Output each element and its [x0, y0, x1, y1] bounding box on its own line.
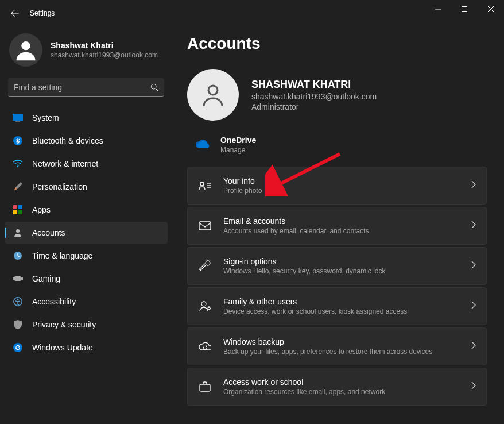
sidebar-item-label: System — [32, 113, 59, 122]
svg-point-31 — [208, 307, 210, 310]
backup-icon — [198, 341, 212, 352]
sidebar-item-accounts[interactable]: Accounts — [5, 222, 168, 244]
hero-name: SHASHWAT KHATRI — [251, 79, 377, 91]
sidebar-item-label: Gaming — [32, 274, 60, 283]
onedrive-sub: Manage — [220, 146, 256, 154]
svg-point-19 — [21, 277, 23, 280]
person-outline-icon — [199, 81, 227, 109]
apps-icon — [13, 205, 23, 215]
sidebar-item-label: Bluetooth & devices — [32, 136, 103, 145]
search-icon — [150, 83, 158, 91]
card-sub: Device access, work or school users, kio… — [223, 307, 460, 315]
briefcase-icon — [198, 381, 212, 392]
profile-email: shashwat.khatri1993@outlook.com — [51, 51, 158, 59]
card-email-accounts[interactable]: Email & accounts Accounts used by email,… — [187, 207, 487, 245]
accessibility-icon — [13, 296, 23, 307]
sidebar-item-label: Accounts — [32, 228, 65, 237]
svg-point-24 — [200, 182, 204, 186]
sidebar-item-label: Windows Update — [32, 343, 93, 352]
sidebar-item-label: Accessibility — [32, 297, 76, 306]
svg-point-23 — [208, 86, 218, 95]
sidebar-item-gaming[interactable]: Gaming — [5, 268, 168, 290]
onedrive-row[interactable]: OneDrive Manage — [187, 133, 487, 167]
family-icon — [198, 300, 212, 312]
hero-role: Administrator — [251, 102, 377, 111]
svg-point-21 — [17, 299, 19, 300]
chevron-right-icon — [471, 341, 476, 352]
svg-rect-14 — [18, 210, 22, 214]
back-arrow-icon — [11, 9, 19, 17]
shield-icon — [13, 319, 23, 330]
bluetooth-icon — [13, 136, 23, 146]
titlebar: Settings — [0, 0, 504, 26]
card-title: Family & other users — [223, 297, 460, 306]
maximize-button[interactable] — [451, 0, 478, 18]
page-title: Accounts — [187, 34, 487, 53]
chevron-right-icon — [471, 301, 476, 311]
minimize-button[interactable] — [425, 0, 451, 18]
sidebar-item-privacy[interactable]: Privacy & security — [5, 314, 168, 336]
sidebar-item-label: Privacy & security — [32, 320, 96, 329]
chevron-right-icon — [471, 180, 476, 191]
sidebar-item-update[interactable]: Windows Update — [5, 337, 168, 359]
card-sub: Profile photo — [223, 187, 460, 195]
svg-rect-12 — [18, 205, 22, 209]
sidebar-item-network[interactable]: Network & internet — [5, 153, 168, 175]
card-title: Windows backup — [223, 337, 460, 346]
sidebar-item-accessibility[interactable]: Accessibility — [5, 291, 168, 313]
close-button[interactable] — [478, 0, 504, 18]
sidebar-profile[interactable]: Shashwat Khatri shashwat.khatri1993@outl… — [5, 26, 168, 78]
sidebar-item-personalization[interactable]: Personalization — [5, 176, 168, 198]
search-input[interactable] — [14, 83, 150, 92]
svg-point-30 — [201, 302, 206, 306]
maximize-icon — [462, 6, 467, 12]
search-box[interactable] — [8, 78, 164, 97]
hero-avatar — [187, 69, 239, 121]
svg-point-15 — [16, 229, 20, 233]
sidebar-item-system[interactable]: System — [5, 107, 168, 129]
card-sub: Accounts used by email, calendar, and co… — [223, 227, 460, 235]
chevron-right-icon — [471, 221, 476, 231]
sidebar-item-bluetooth[interactable]: Bluetooth & devices — [5, 130, 168, 152]
card-your-info[interactable]: Your info Profile photo — [187, 167, 487, 205]
wifi-icon — [13, 159, 23, 169]
card-signin-options[interactable]: Sign-in options Windows Hello, security … — [187, 247, 487, 285]
hero-email: shashwat.khatri1993@outlook.com — [251, 92, 377, 101]
chevron-right-icon — [471, 381, 476, 392]
card-title: Sign-in options — [223, 257, 460, 266]
svg-rect-7 — [13, 114, 23, 121]
card-family-users[interactable]: Family & other users Device access, work… — [187, 287, 487, 325]
svg-rect-34 — [200, 384, 210, 391]
svg-rect-17 — [14, 276, 22, 281]
svg-point-18 — [13, 277, 14, 280]
sidebar-item-apps[interactable]: Apps — [5, 199, 168, 221]
profile-avatar — [9, 33, 42, 67]
person-icon — [13, 37, 38, 63]
gamepad-icon — [13, 273, 23, 284]
svg-rect-13 — [13, 210, 17, 214]
account-hero: SHASHWAT KHATRI shashwat.khatri1993@outl… — [187, 69, 487, 121]
person-icon — [13, 228, 23, 238]
svg-rect-11 — [13, 205, 17, 209]
svg-rect-1 — [462, 7, 467, 12]
system-icon — [13, 113, 23, 123]
card-sub: Back up your files, apps, preferences to… — [223, 348, 460, 356]
svg-point-10 — [17, 166, 18, 167]
card-sub: Organization resources like email, apps,… — [223, 388, 460, 396]
sidebar: Shashwat Khatri shashwat.khatri1993@outl… — [0, 26, 172, 424]
card-title: Email & accounts — [223, 217, 460, 226]
minimize-icon — [435, 6, 441, 12]
clock-icon — [13, 250, 23, 261]
sidebar-item-time[interactable]: Time & language — [5, 245, 168, 267]
svg-point-29 — [206, 261, 210, 265]
email-icon — [198, 221, 212, 230]
card-work-school[interactable]: Access work or school Organization resou… — [187, 368, 487, 406]
close-icon — [488, 6, 494, 12]
key-icon — [198, 260, 212, 272]
svg-line-6 — [156, 88, 158, 91]
svg-rect-8 — [15, 121, 20, 122]
sidebar-item-label: Personalization — [32, 182, 87, 191]
card-windows-backup[interactable]: Windows backup Back up your files, apps,… — [187, 327, 487, 365]
back-button[interactable] — [5, 3, 25, 24]
onedrive-title: OneDrive — [220, 136, 256, 145]
